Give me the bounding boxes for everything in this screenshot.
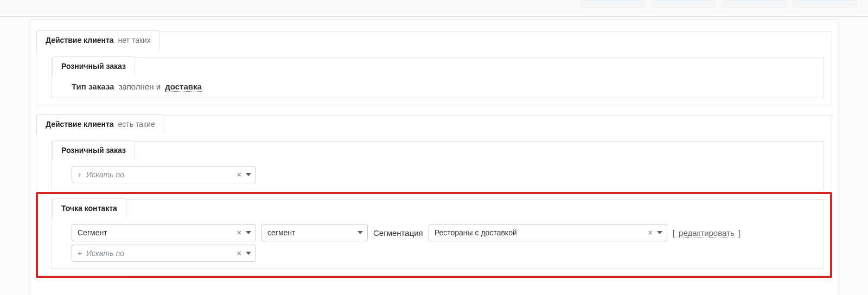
toolbar-button[interactable] [722,0,787,8]
top-toolbar [580,0,857,12]
section-client-action-exists: Действие клиента есть такие Розничный за… [36,115,832,276]
search-placeholder: Искать по [86,170,124,179]
clear-icon[interactable]: × [237,228,241,237]
field-select[interactable]: Сегмент × [72,224,256,241]
operator-select-value: сегмент [267,228,295,237]
chevron-down-icon[interactable] [358,231,363,234]
ghost-tab [42,273,134,281]
chevron-down-icon[interactable] [246,231,251,234]
clear-icon[interactable]: × [648,228,653,237]
subgroup-tab[interactable]: Розничный заказ [52,140,135,160]
section-tab[interactable]: Действие клиента нет таких [36,30,160,50]
chevron-down-icon[interactable] [246,252,251,255]
subgroup-retail-order: Розничный заказ + Искать по × [52,141,824,190]
field-select-value: Сегмент [78,228,107,237]
value-select-value: Рестораны с доставкой [435,228,517,237]
section-tab[interactable]: Действие клиента есть такие [36,114,164,134]
retail-search-row: + Искать по × [52,161,824,183]
operator-select[interactable]: сегмент [261,224,368,241]
contact-row-1: Сегмент × сегмент Сегментация [52,219,824,241]
search-by-combo[interactable]: + Искать по × [72,245,256,262]
toolbar-button[interactable] [580,0,646,8]
section-title: Действие клиента [46,120,114,129]
edit-link-text[interactable]: редактировать [679,228,735,238]
toolbar-button[interactable] [792,0,857,8]
subgroup-contact-point: Точка контакта Сегмент × сегмент [52,199,824,269]
section-suffix: есть такие [118,120,155,129]
chevron-down-icon[interactable] [657,231,662,234]
rule-op: заполнен и [118,82,161,91]
clear-icon[interactable]: × [237,170,241,179]
rule-field: Тип заказа [72,82,114,91]
builder-container: Действие клиента нет таких Розничный зак… [30,20,838,295]
search-prefix: + [78,170,82,179]
search-prefix: + [78,249,82,258]
subgroup-tab[interactable]: Розничный заказ [52,56,135,76]
search-by-combo[interactable]: + Искать по × [72,166,256,183]
section-client-action-none: Действие клиента нет таких Розничный зак… [36,31,832,105]
contact-row-2: + Искать по × [52,241,824,262]
chevron-down-icon[interactable] [246,173,251,176]
section-title: Действие клиента [46,36,114,44]
bracket-open: [ [673,228,675,238]
bracket-close: ] [738,228,741,238]
segmentation-label: Сегментация [373,228,423,238]
page-frame: Действие клиента нет таких Розничный зак… [0,16,868,295]
toolbar-button[interactable] [651,0,716,8]
rule-value[interactable]: доставка [165,82,202,92]
subgroup-retail-order: Розничный заказ Тип заказа заполнен и до… [52,57,824,98]
search-placeholder: Искать по [86,249,124,258]
clear-icon[interactable]: × [237,249,241,258]
section-suffix: нет таких [118,36,151,44]
subgroup-tab[interactable]: Точка контакта [52,198,126,218]
value-select[interactable]: Рестораны с доставкой × [429,224,667,241]
edit-link[interactable]: [ редактировать ] [673,228,741,238]
rule-line: Тип заказа заполнен и доставка [52,76,824,91]
